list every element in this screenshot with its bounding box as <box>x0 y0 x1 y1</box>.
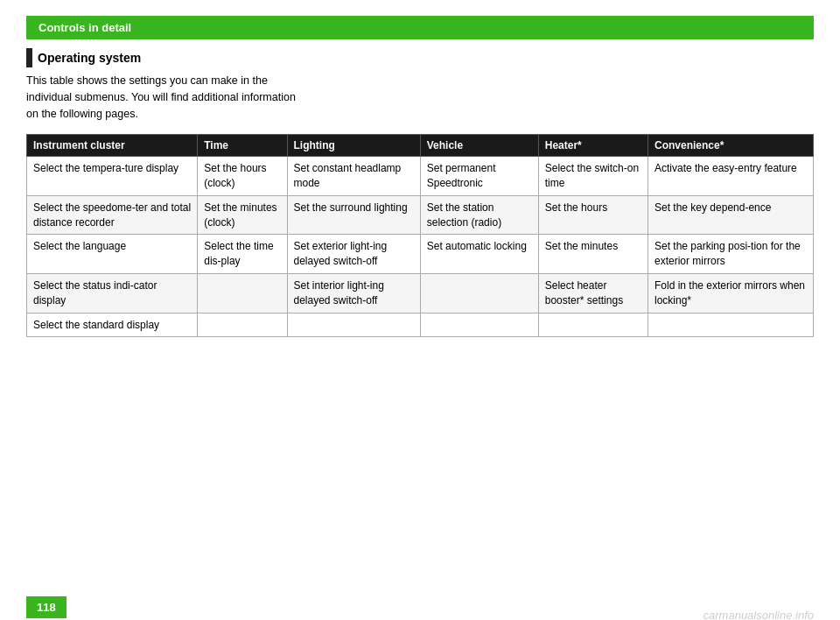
table-row: Select the speedome-ter and total distan… <box>27 195 814 235</box>
settings-table: Instrument cluster Time Lighting Vehicle… <box>26 134 814 337</box>
table-cell: Set the minutes (clock) <box>198 195 287 235</box>
table-cell: Set the parking posi-tion for the exteri… <box>648 235 813 274</box>
table-cell: Set the hours <box>538 195 648 235</box>
table-cell: Select the speedome-ter and total distan… <box>27 195 198 235</box>
col-header-instrument-cluster: Instrument cluster <box>27 135 198 157</box>
table-cell: Activate the easy-entry feature <box>648 157 813 196</box>
table-cell: Set the surround lighting <box>287 195 420 235</box>
section-title: Operating system <box>38 51 141 65</box>
table-cell: Select the tempera-ture display <box>27 157 198 196</box>
table-cell: Select heater booster* settings <box>538 274 648 314</box>
table-row: Select the languageSelect the time dis-p… <box>27 235 814 274</box>
table-row: Select the standard display <box>27 313 814 337</box>
page-number: 118 <box>26 596 66 618</box>
header-bar: Controls in detail <box>26 16 814 39</box>
col-header-vehicle: Vehicle <box>420 135 538 157</box>
table-cell: Set the minutes <box>538 235 648 274</box>
table-cell: Set permanent Speedtronic <box>420 157 538 196</box>
col-header-heater: Heater* <box>538 135 648 157</box>
table-cell: Set automatic locking <box>420 235 538 274</box>
table-header-row: Instrument cluster Time Lighting Vehicle… <box>27 135 814 157</box>
table-cell <box>287 313 420 337</box>
section-title-row: Operating system <box>26 48 814 67</box>
table-cell <box>198 313 287 337</box>
col-header-time: Time <box>198 135 287 157</box>
table-cell: Select the language <box>27 235 198 274</box>
col-header-convenience: Convenience* <box>648 135 813 157</box>
table-cell: Set the key depend-ence <box>648 195 813 235</box>
col-header-lighting: Lighting <box>287 135 420 157</box>
content-area: Instrument cluster Time Lighting Vehicle… <box>26 134 814 337</box>
watermark: carmanualsonline.info <box>704 609 814 620</box>
page-container: Controls in detail Operating system This… <box>0 16 840 620</box>
table-cell: Set constant headlamp mode <box>287 157 420 196</box>
section-black-bar <box>26 48 32 67</box>
table-cell: Set exterior light-ing delayed switch-of… <box>287 235 420 274</box>
intro-text: This table shows the settings you can ma… <box>26 73 298 122</box>
table-cell: Select the status indi-cator display <box>27 274 198 314</box>
table-cell <box>198 274 287 314</box>
table-cell <box>420 274 538 314</box>
table-cell <box>538 313 648 337</box>
header-title: Controls in detail <box>38 21 131 34</box>
table-cell: Fold in the exterior mirrors when lockin… <box>648 274 813 314</box>
table-row: Select the tempera-ture displaySet the h… <box>27 157 814 196</box>
table-cell: Select the standard display <box>27 313 198 337</box>
table-cell: Set the hours (clock) <box>198 157 287 196</box>
table-cell: Select the time dis-play <box>198 235 287 274</box>
table-cell: Set the station selection (radio) <box>420 195 538 235</box>
table-cell <box>420 313 538 337</box>
table-row: Select the status indi-cator displaySet … <box>27 274 814 314</box>
table-cell: Select the switch-on time <box>538 157 648 196</box>
table-cell: Set interior light-ing delayed switch-of… <box>287 274 420 314</box>
table-cell <box>648 313 813 337</box>
